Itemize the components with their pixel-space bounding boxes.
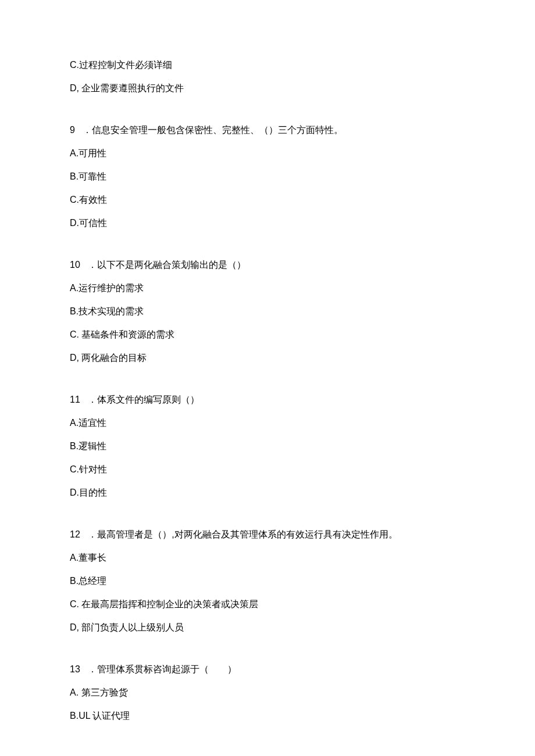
option-item: B.技术实现的需求 (70, 304, 465, 318)
question-number: 9 (70, 123, 75, 137)
option-text: 总经理 (79, 576, 106, 586)
option-label: D, (70, 622, 79, 632)
option-text: 在最高层指挥和控制企业的决策者或决策层 (81, 599, 258, 609)
option-item: A.运行维护的需求 (70, 281, 465, 295)
option-text: 目的性 (79, 488, 107, 497)
question-block-12: 12 ．最高管理者是（）,对两化融合及其管理体系的有效运行具有决定性作用。 A.… (70, 528, 465, 635)
question-separator: ． (83, 125, 92, 135)
question-line: 9 ．信息安全管理一般包含保密性、完整性、（）三个方面特性。 (70, 123, 465, 137)
question-separator: ． (88, 664, 97, 674)
option-text: 部门负责人以上级别人员 (81, 622, 184, 632)
option-text: 基础条件和资源的需求 (81, 329, 174, 339)
option-text: 两化融合的目标 (81, 353, 147, 363)
option-item: D, 企业需要遵照执行的文件 (70, 81, 465, 95)
option-label: C. (70, 60, 79, 70)
option-item: A.适宜性 (70, 416, 465, 430)
option-item: C. 基础条件和资源的需求 (70, 328, 465, 342)
question-text: 以下不是两化融合策划输出的是（） (97, 260, 246, 270)
option-text: 有效性 (79, 195, 107, 205)
option-item: C.针对性 (70, 463, 465, 476)
option-label: A. (70, 283, 79, 293)
option-text: 针对性 (79, 464, 107, 474)
leading-options-block: C.过程控制文件必须详细 D, 企业需要遵照执行的文件 (70, 58, 465, 95)
question-text: 管理体系贯标咨询起源于（ ） (97, 664, 237, 674)
question-separator: ． (88, 395, 97, 404)
option-label: C. (70, 464, 79, 474)
option-item: D.可信性 (70, 216, 465, 230)
option-label: B. (70, 576, 79, 586)
option-text: 技术实现的需求 (79, 306, 144, 316)
option-text: 第三方验货 (81, 687, 128, 697)
question-line: 12 ．最高管理者是（）,对两化融合及其管理体系的有效运行具有决定性作用。 (70, 528, 465, 542)
option-item: C.过程控制文件必须详细 (70, 58, 465, 72)
option-item: B.可靠性 (70, 170, 465, 184)
option-item: B.UL 认证代理 (70, 709, 465, 723)
option-item: B.逻辑性 (70, 439, 465, 453)
option-item: B.总经理 (70, 574, 465, 588)
question-line: 10 ．以下不是两化融合策划输出的是（） (70, 258, 465, 272)
option-item: A.可用性 (70, 146, 465, 160)
option-label: B. (70, 441, 79, 451)
option-text: 运行维护的需求 (79, 283, 144, 293)
option-item: C.有效性 (70, 193, 465, 207)
question-line: 13 ．管理体系贯标咨询起源于（ ） (70, 662, 465, 676)
option-text: 董事长 (79, 553, 106, 562)
option-label: D, (70, 83, 79, 93)
question-line: 11 ．体系文件的编写原则（） (70, 393, 465, 407)
option-text: 可信性 (79, 218, 107, 228)
option-label: D. (70, 488, 79, 497)
option-label: D. (70, 218, 79, 228)
option-label: C. (70, 195, 79, 205)
question-text: 体系文件的编写原则（） (97, 395, 199, 404)
option-text: 过程控制文件必须详细 (79, 60, 172, 70)
question-block-11: 11 ．体系文件的编写原则（） A.适宜性 B.逻辑性 C.针对性 D.目的性 (70, 393, 465, 500)
option-label: A. (70, 148, 79, 158)
option-label: C. (70, 599, 79, 609)
option-label: A. (70, 418, 79, 428)
option-item: C. 在最高层指挥和控制企业的决策者或决策层 (70, 597, 465, 611)
option-label: C. (70, 329, 79, 339)
question-text: 信息安全管理一般包含保密性、完整性、（）三个方面特性。 (92, 125, 343, 135)
question-separator: ． (88, 260, 97, 270)
question-separator: ． (88, 529, 97, 539)
option-item: D.目的性 (70, 486, 465, 500)
question-number: 10 (70, 258, 80, 272)
question-number: 11 (70, 393, 80, 407)
option-text: 可用性 (79, 148, 106, 158)
question-number: 13 (70, 662, 80, 676)
option-text: UL 认证代理 (79, 711, 130, 721)
option-item: D, 部门负责人以上级别人员 (70, 621, 465, 635)
option-text: 适宜性 (79, 418, 106, 428)
option-text: 企业需要遵照执行的文件 (81, 83, 184, 93)
option-label: A. (70, 687, 79, 697)
question-block-13: 13 ．管理体系贯标咨询起源于（ ） A. 第三方验货 B.UL 认证代理 (70, 662, 465, 723)
question-block-10: 10 ．以下不是两化融合策划输出的是（） A.运行维护的需求 B.技术实现的需求… (70, 258, 465, 365)
option-item: D, 两化融合的目标 (70, 351, 465, 365)
option-label: B. (70, 711, 79, 721)
question-number: 12 (70, 528, 80, 542)
option-label: D, (70, 353, 79, 363)
question-text: 最高管理者是（）,对两化融合及其管理体系的有效运行具有决定性作用。 (97, 529, 397, 539)
option-item: A. 第三方验货 (70, 686, 465, 700)
option-item: A.董事长 (70, 551, 465, 565)
question-block-9: 9 ．信息安全管理一般包含保密性、完整性、（）三个方面特性。 A.可用性 B.可… (70, 123, 465, 230)
option-text: 逻辑性 (79, 441, 106, 451)
option-text: 可靠性 (79, 171, 106, 181)
option-label: B. (70, 171, 79, 181)
option-label: B. (70, 306, 79, 316)
option-label: A. (70, 553, 79, 562)
